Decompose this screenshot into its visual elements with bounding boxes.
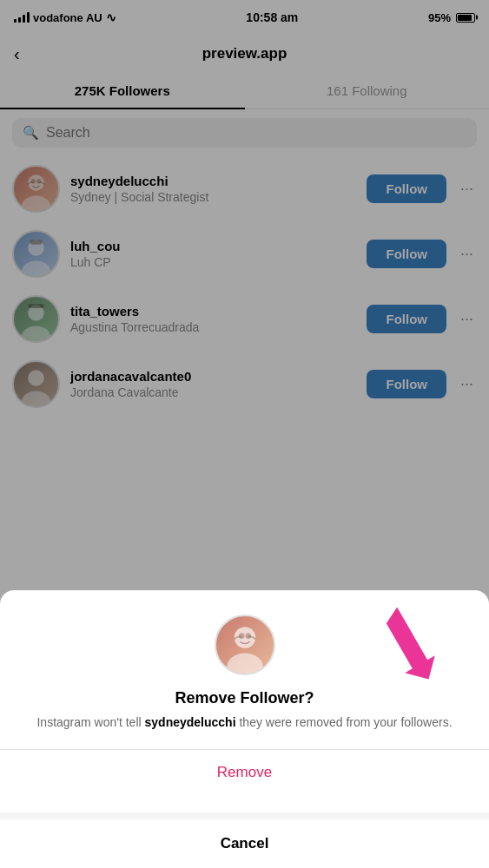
modal-container: Remove Follower? Instagram won't tell sy…: [0, 590, 489, 868]
modal-title: Remove Follower?: [21, 689, 468, 707]
modal-bold-name: sydneydelucchi: [145, 715, 236, 729]
cancel-button[interactable]: Cancel: [0, 819, 489, 868]
modal-avatar: [215, 615, 275, 675]
cancel-container: Cancel: [0, 812, 489, 868]
remove-button[interactable]: Remove: [21, 750, 468, 795]
remove-follower-modal: Remove Follower? Instagram won't tell sy…: [0, 590, 489, 812]
modal-description: Instagram won't tell sydneydelucchi they…: [21, 714, 468, 732]
svg-point-13: [227, 654, 262, 674]
